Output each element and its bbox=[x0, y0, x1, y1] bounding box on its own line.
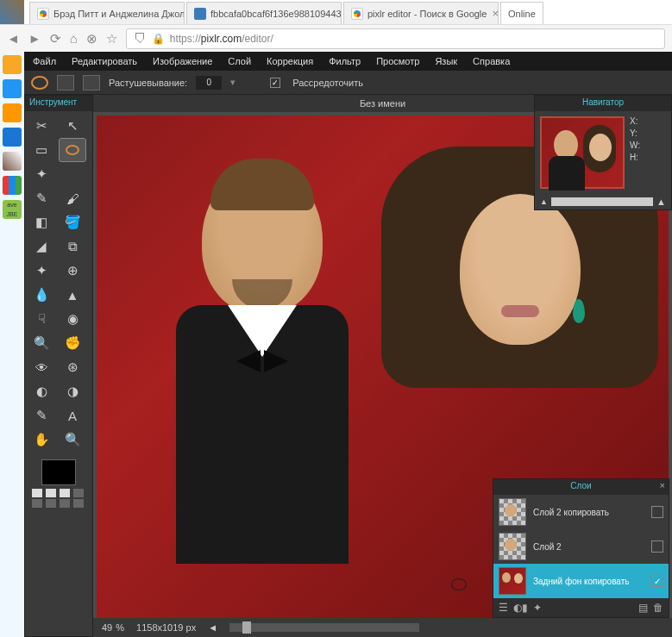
feather-value[interactable]: 0 bbox=[196, 76, 222, 90]
home-button[interactable]: ⌂ bbox=[70, 31, 78, 46]
layers-title-label: Слои bbox=[570, 481, 591, 490]
launcher-star-icon[interactable] bbox=[3, 55, 22, 74]
bucket-tool[interactable]: 🪣 bbox=[60, 211, 85, 234]
launcher-notes-icon[interactable] bbox=[3, 152, 22, 171]
browser-tab[interactable]: pixlr editor - Поиск в Google × bbox=[343, 2, 499, 24]
new-layer-icon[interactable]: ▤ bbox=[638, 602, 648, 614]
lasso-tool[interactable] bbox=[60, 139, 85, 161]
navigator-thumbnail[interactable] bbox=[540, 116, 625, 189]
redeye-tool[interactable]: 👁 bbox=[28, 356, 54, 378]
tab-label: pixlr editor - Поиск в Google bbox=[367, 9, 487, 19]
layer-visibility-checkbox[interactable] bbox=[651, 540, 663, 553]
antialias-checkbox[interactable]: ✓ bbox=[270, 78, 280, 88]
back-button[interactable]: ◄ bbox=[7, 31, 20, 46]
layer-name: Задний фон копировать bbox=[533, 577, 630, 586]
type-tool[interactable]: A bbox=[60, 404, 85, 427]
layer-visibility-checkbox[interactable] bbox=[651, 506, 663, 518]
layer-mask-icon[interactable]: ◐▮ bbox=[513, 602, 528, 614]
reload-button[interactable]: ⟳ bbox=[50, 31, 61, 47]
menu-layer[interactable]: Слой bbox=[228, 56, 251, 66]
swatch-item[interactable] bbox=[60, 499, 70, 508]
burn-tool[interactable]: ✊ bbox=[60, 332, 85, 354]
sponge-tool[interactable]: ◉ bbox=[60, 308, 85, 330]
layer-row[interactable]: Слой 2 копировать bbox=[493, 495, 669, 529]
pinch-tool[interactable]: ◑ bbox=[60, 380, 85, 403]
browser-tab[interactable]: fbbcafa0bcaf6f136e988109443c0... × bbox=[186, 2, 342, 24]
layer-row[interactable]: Слой 2 bbox=[493, 529, 669, 564]
dodge-tool[interactable]: 🔍 bbox=[28, 332, 54, 354]
heal-tool[interactable]: ⊕ bbox=[60, 259, 85, 282]
swatch-item[interactable] bbox=[32, 499, 42, 508]
launcher-save-icon[interactable]: aveJBE bbox=[3, 200, 22, 219]
swatch-item[interactable] bbox=[73, 499, 84, 508]
layer-row-selected[interactable]: Задний фон копировать ✓ bbox=[493, 564, 669, 598]
marquee-tool[interactable]: ▭ bbox=[28, 139, 54, 161]
gradient-tool[interactable]: ◢ bbox=[28, 235, 54, 258]
selection-mode-icon[interactable] bbox=[57, 75, 74, 91]
move-tool[interactable]: ↖ bbox=[60, 115, 85, 137]
zoom-tool[interactable]: 🔍 bbox=[60, 428, 85, 451]
browser-tab-active[interactable]: Online bbox=[500, 2, 543, 24]
zoom-out-icon[interactable]: ◄ bbox=[208, 622, 217, 633]
layer-fx-icon[interactable]: ✦ bbox=[533, 602, 542, 614]
swatch-item[interactable] bbox=[46, 489, 56, 497]
sharpen-tool[interactable]: ▲ bbox=[60, 284, 85, 306]
layer-thumbnail bbox=[499, 533, 526, 560]
launcher-media-icon[interactable] bbox=[3, 176, 22, 195]
blur-tool[interactable]: 💧 bbox=[28, 284, 54, 306]
lasso-cursor-icon bbox=[451, 578, 467, 590]
stamp-tool[interactable]: ✦ bbox=[28, 259, 54, 282]
feather-stepper-icon[interactable]: ▾ bbox=[230, 77, 236, 88]
layer-name: Слой 2 копировать bbox=[533, 508, 609, 517]
bloat-tool[interactable]: ◐ bbox=[28, 380, 54, 403]
close-icon[interactable]: × bbox=[660, 480, 665, 490]
menu-image[interactable]: Изображение bbox=[153, 56, 212, 66]
layer-visibility-checkbox[interactable]: ✓ bbox=[651, 575, 663, 587]
stop-button[interactable]: ⊗ bbox=[86, 31, 97, 47]
menu-filter[interactable]: Фильтр bbox=[329, 56, 361, 66]
brush-tool[interactable]: 🖌 bbox=[60, 187, 85, 209]
launcher-flag-icon[interactable] bbox=[3, 128, 22, 147]
eraser-tool[interactable]: ◧ bbox=[28, 211, 54, 234]
color-swatch[interactable] bbox=[41, 459, 76, 485]
swatch-item[interactable] bbox=[32, 489, 42, 497]
selection-mode-icon[interactable] bbox=[83, 75, 100, 91]
url-domain: pixlr.com bbox=[201, 33, 242, 45]
launcher-download-icon[interactable] bbox=[3, 79, 22, 98]
navigator-panel: Навигатор X: Y: W: H: ▲ ▲ bbox=[534, 95, 672, 210]
smudge-tool[interactable]: ☟ bbox=[28, 308, 54, 330]
menu-view[interactable]: Просмотр bbox=[376, 56, 419, 66]
tools-title: Инструмент bbox=[25, 96, 92, 111]
swatch-item[interactable] bbox=[60, 489, 70, 497]
browser-tab[interactable]: Брэд Питт и Анджелина Джоли... × bbox=[29, 2, 185, 24]
menu-edit[interactable]: Редактировать bbox=[72, 56, 137, 66]
pencil-tool[interactable]: ✎ bbox=[28, 187, 54, 209]
menu-language[interactable]: Язык bbox=[435, 56, 457, 66]
launcher-rss-icon[interactable] bbox=[3, 103, 22, 122]
layer-name: Слой 2 bbox=[533, 542, 562, 552]
navigator-zoom-slider[interactable] bbox=[551, 197, 653, 206]
swatch-item[interactable] bbox=[46, 499, 56, 508]
menu-file[interactable]: Файл bbox=[33, 56, 56, 66]
crop-tool[interactable]: ✂ bbox=[28, 115, 54, 137]
tab-close-icon[interactable]: × bbox=[492, 7, 499, 20]
menu-adjustment[interactable]: Коррекция bbox=[267, 56, 313, 66]
nav-x-label: X: bbox=[630, 116, 640, 126]
spot-tool[interactable]: ⊛ bbox=[60, 356, 85, 378]
delete-layer-icon[interactable]: 🗑 bbox=[653, 602, 663, 614]
zoom-out-icon[interactable]: ▲ bbox=[540, 197, 548, 206]
picker-tool[interactable]: ✎ bbox=[28, 404, 54, 427]
profile-avatar[interactable] bbox=[0, 0, 24, 24]
clone-tool[interactable]: ⧉ bbox=[60, 235, 85, 258]
layer-settings-icon[interactable]: ☰ bbox=[499, 602, 508, 614]
hand-tool[interactable]: ✋ bbox=[28, 428, 54, 451]
navigator-title: Навигатор bbox=[535, 96, 671, 111]
forward-button[interactable]: ► bbox=[28, 31, 41, 46]
address-bar[interactable]: ⛉ 🔒 https:// pixlr.com /editor/ bbox=[126, 28, 665, 49]
swatch-item[interactable] bbox=[73, 489, 84, 497]
zoom-in-icon[interactable]: ▲ bbox=[656, 197, 666, 207]
zoom-slider[interactable] bbox=[229, 623, 419, 632]
star-button[interactable]: ☆ bbox=[106, 31, 117, 47]
menu-help[interactable]: Справка bbox=[473, 56, 510, 66]
wand-tool[interactable]: ✦ bbox=[28, 163, 54, 185]
